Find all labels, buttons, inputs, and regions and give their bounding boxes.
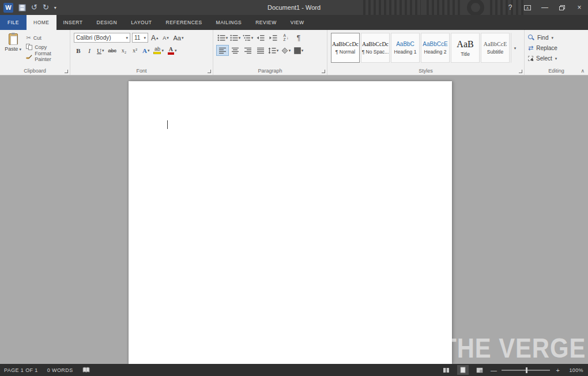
customize-qat-chevron-down-icon[interactable]: ▾ — [54, 5, 56, 10]
tab-view[interactable]: VIEW — [284, 15, 311, 30]
multilevel-list-icon — [243, 35, 251, 41]
justify-button[interactable] — [255, 45, 266, 55]
text-highlight-button[interactable]: ab ▾ — [152, 45, 165, 55]
minimize-button[interactable]: — — [536, 0, 553, 15]
quick-access-toolbar: W ↺ ↻ ▾ — [3, 0, 56, 15]
align-center-icon — [232, 47, 239, 54]
tab-design[interactable]: DESIGN — [90, 15, 125, 30]
editing-group-label: Editing — [525, 68, 588, 74]
word-count-indicator[interactable]: 0 WORDS — [47, 367, 73, 373]
web-layout-button[interactable] — [474, 365, 485, 375]
change-case-button[interactable]: Aa▾ — [172, 33, 185, 43]
chevron-down-icon[interactable]: ▾ — [239, 36, 241, 40]
line-spacing-button[interactable]: ▾ — [267, 45, 279, 55]
shrink-font-button[interactable]: A▾ — [161, 33, 171, 43]
dialog-launcher-icon[interactable] — [65, 70, 68, 73]
page-count-indicator[interactable]: PAGE 1 OF 1 — [4, 367, 38, 373]
underline-button[interactable]: U▾ — [96, 45, 105, 55]
redo-icon[interactable]: ↻ — [43, 0, 49, 15]
font-name-combobox[interactable]: Calibri (Body)▾ — [74, 33, 130, 43]
chevron-down-icon[interactable]: ▾ — [175, 48, 177, 52]
format-painter-button[interactable]: Format Painter — [26, 52, 66, 60]
dialog-launcher-icon[interactable] — [322, 70, 325, 73]
chevron-down-icon[interactable]: ▾ — [144, 36, 146, 40]
style-normal[interactable]: AaBbCcDc ¶ Normal — [331, 33, 360, 63]
strikethrough-button[interactable]: abc — [107, 45, 118, 55]
align-center-button[interactable] — [229, 45, 241, 55]
help-button[interactable]: ? — [502, 0, 519, 15]
tab-review[interactable]: REVIEW — [248, 15, 284, 30]
superscript-button[interactable]: x² — [130, 45, 140, 55]
increase-indent-button[interactable] — [267, 33, 279, 43]
word-app-icon[interactable]: W — [3, 3, 13, 13]
undo-icon[interactable]: ↺ — [31, 0, 37, 15]
style-name: Heading 1 — [394, 49, 417, 55]
grow-font-button[interactable]: A▴ — [150, 33, 160, 43]
tab-file[interactable]: FILE — [0, 15, 27, 30]
tab-home[interactable]: HOME — [27, 15, 56, 30]
grow-font-icon: A — [151, 34, 156, 42]
show-hide-pilcrow-button[interactable]: ¶ — [293, 33, 304, 43]
font-color-button[interactable]: A ▾ — [167, 45, 178, 55]
zoom-slider-thumb[interactable] — [526, 367, 527, 373]
multilevel-list-button[interactable]: ▾ — [242, 33, 254, 43]
restore-button[interactable] — [553, 0, 571, 15]
font-size-combobox[interactable]: 11▾ — [132, 33, 148, 43]
chevron-down-icon[interactable]: ▾ — [551, 36, 553, 40]
select-button[interactable]: Select ▾ — [528, 54, 585, 63]
collapse-ribbon-button[interactable]: ∧ — [581, 68, 585, 74]
numbering-button[interactable]: ▾ — [229, 33, 241, 43]
style-title[interactable]: AaB Title — [451, 33, 480, 63]
align-left-button[interactable] — [217, 45, 228, 55]
align-right-button[interactable] — [242, 45, 254, 55]
zoom-out-button[interactable]: — — [491, 367, 496, 374]
bullets-button[interactable]: ▾ — [217, 33, 228, 43]
read-mode-button[interactable] — [440, 365, 452, 375]
document-canvas: THE VERGE — [0, 75, 588, 364]
chevron-down-icon[interactable]: ▾ — [148, 48, 150, 52]
style-heading-2[interactable]: AaBbCcE Heading 2 — [421, 33, 450, 63]
tab-layout[interactable]: LAYOUT — [124, 15, 159, 30]
zoom-slider[interactable] — [502, 370, 550, 371]
styles-more-button[interactable]: ▾ — [511, 33, 519, 63]
zoom-in-button[interactable]: + — [555, 367, 561, 374]
tab-references[interactable]: REFERENCES — [159, 15, 209, 30]
chevron-down-icon[interactable]: ▾ — [251, 36, 254, 40]
tab-insert[interactable]: INSERT — [56, 15, 90, 30]
document-page[interactable] — [129, 81, 452, 364]
justify-icon — [257, 47, 265, 54]
chevron-down-icon[interactable]: ▾ — [161, 48, 164, 52]
print-layout-button[interactable] — [457, 365, 469, 375]
zoom-level[interactable]: 100% — [566, 367, 583, 373]
italic-button[interactable]: I — [85, 45, 94, 55]
cut-button[interactable]: ✂ Cut — [26, 34, 66, 41]
style-subtitle[interactable]: AaBbCcE Subtitle — [481, 33, 510, 63]
borders-button[interactable]: ▾ — [293, 45, 304, 55]
chevron-down-icon[interactable]: ▾ — [126, 36, 128, 40]
decrease-indent-button[interactable] — [255, 33, 266, 43]
proofing-icon[interactable] — [82, 367, 90, 373]
dialog-launcher-icon[interactable] — [519, 70, 522, 73]
chevron-down-icon[interactable]: ▾ — [277, 48, 279, 52]
style-heading-1[interactable]: AaBbC Heading 1 — [391, 33, 420, 63]
ribbon-display-options-button[interactable]: ∧ — [519, 0, 536, 15]
sort-button[interactable]: AZ ↓ — [280, 33, 292, 43]
chevron-down-icon[interactable]: ▾ — [555, 56, 557, 60]
chevron-down-icon[interactable]: ▾ — [301, 48, 304, 52]
dialog-launcher-icon[interactable] — [208, 70, 211, 73]
copy-button[interactable]: Copy — [26, 43, 66, 51]
find-button[interactable]: Find ▾ — [528, 33, 585, 42]
paste-button[interactable]: Paste▾ — [3, 33, 22, 60]
tab-mailings[interactable]: MAILINGS — [209, 15, 249, 30]
replace-button[interactable]: ⇄ Replace — [528, 44, 585, 52]
shading-button[interactable]: ▾ — [280, 45, 292, 55]
subscript-button[interactable]: x₂ — [119, 45, 129, 55]
chevron-down-icon[interactable]: ▾ — [102, 48, 104, 52]
save-icon[interactable] — [18, 4, 26, 12]
text-effects-button[interactable]: A▾ — [141, 45, 150, 55]
bold-button[interactable]: B — [74, 45, 83, 55]
close-button[interactable]: × — [571, 0, 588, 15]
chevron-down-icon[interactable]: ▾ — [289, 48, 291, 52]
style-no-spacing[interactable]: AaBbCcDc ¶ No Spac... — [361, 33, 390, 63]
chevron-down-icon[interactable]: ▾ — [226, 36, 228, 40]
